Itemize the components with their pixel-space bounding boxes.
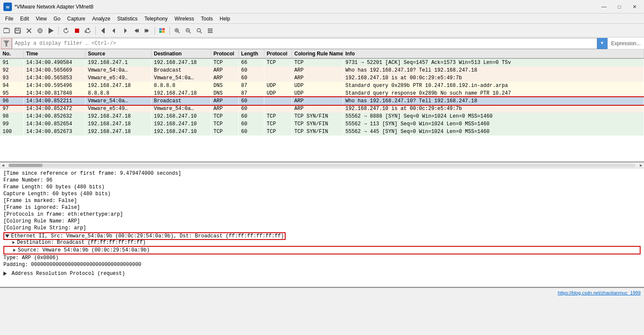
svg-rect-25 <box>159 28 162 30</box>
cell-no: 95 <box>0 90 23 97</box>
cell-no: 93 <box>0 74 23 82</box>
col-header-proto[interactable]: Protocol <box>211 49 238 58</box>
menu-item-statistics[interactable]: Statistics <box>114 15 141 23</box>
cell-proto2: TCP <box>264 128 292 136</box>
menu-item-edit[interactable]: Edit <box>17 15 32 23</box>
toolbar-resize-columns[interactable] <box>205 26 215 36</box>
horizontal-scrollbar[interactable]: ◀ ▶ <box>0 162 644 168</box>
detail-section-header[interactable]: Ethernet II, Src: Vmware_54:0a:9b (00:0c… <box>3 233 641 239</box>
toolbar-open[interactable] <box>2 26 12 36</box>
filter-expression-button[interactable]: Expression... <box>607 38 644 49</box>
cell-proto2: UDP <box>264 82 292 90</box>
menu-item-capture[interactable]: Capture <box>64 15 89 23</box>
close-button[interactable]: ✕ <box>629 3 641 11</box>
table-row[interactable]: 9514:34:00.8178408.8.8.8192.168.247.18DN… <box>0 90 644 97</box>
cell-len: 60 <box>238 128 264 136</box>
svg-marker-20 <box>124 28 127 33</box>
cell-no: 100 <box>0 128 23 136</box>
toolbar-forward[interactable] <box>120 26 130 36</box>
scroll-track[interactable] <box>9 164 635 167</box>
menu-item-help[interactable]: Help <box>216 15 234 23</box>
cell-len: 60 <box>238 113 264 120</box>
col-header-proto2[interactable]: Protocol <box>264 49 292 58</box>
toolbar-zoom-in[interactable] <box>172 26 182 36</box>
toolbar-close[interactable] <box>24 26 34 36</box>
detail-section-0[interactable]: Ethernet II, Src: Vmware_54:0a:9b (00:0c… <box>3 233 641 254</box>
menu-item-wireless[interactable]: Wireless <box>171 15 197 23</box>
detail-line: [Time since reference or first frame: 9.… <box>3 170 641 177</box>
cell-len: 60 <box>238 97 264 105</box>
detail-item[interactable]: Source: Vmware 54:0a:9b (00:0c:29:54:0a:… <box>3 246 641 254</box>
cell-info: Who has 192.168.247.10? Tell 192.168.247… <box>343 66 644 74</box>
filter-dropdown-button[interactable]: ▼ <box>597 38 607 49</box>
toolbar-restart[interactable] <box>83 26 93 36</box>
minimize-button[interactable]: — <box>598 3 610 11</box>
col-header-no[interactable]: No. <box>0 49 23 58</box>
cell-proto2: TCP <box>264 120 292 128</box>
filter-input[interactable] <box>12 38 597 49</box>
svg-point-36 <box>197 29 200 32</box>
col-header-info[interactable]: Info <box>343 49 644 58</box>
arp-section[interactable]: Address Resolution Protocol (request) <box>3 270 641 277</box>
menu-item-go[interactable]: Go <box>50 15 64 23</box>
detail-line: Frame Number: 96 <box>3 177 641 184</box>
table-row[interactable]: 9614:34:00.852211Vmware_54:0a…BroadcastA… <box>0 97 644 105</box>
svg-rect-5 <box>15 31 20 33</box>
toolbar-jump-next[interactable] <box>142 26 152 36</box>
table-header: No. Time Source Destination Protocol Len… <box>0 49 644 58</box>
toolbar-stop[interactable] <box>72 26 82 36</box>
cell-src: 192.168.247.18 <box>85 113 151 120</box>
col-header-src[interactable]: Source <box>85 49 151 58</box>
table-row[interactable]: 10014:34:00.852673192.168.247.18192.168.… <box>0 128 644 136</box>
toolbar-back[interactable] <box>109 26 119 36</box>
cell-src: 192.168.247.1 <box>85 58 151 66</box>
menu-item-view[interactable]: View <box>32 15 50 23</box>
svg-marker-43 <box>3 40 9 46</box>
toolbar-interfaces[interactable] <box>35 26 45 36</box>
toolbar-save[interactable] <box>13 26 23 36</box>
detail-line: Frame Length: 60 bytes (480 bits) <box>3 184 641 191</box>
cell-info: 192.168.247.10 is at 00:0c:29:e5:49:7b <box>343 74 644 82</box>
detail-plain-line: Padding: 0000000000000000000000000000000… <box>3 261 641 268</box>
toolbar-start[interactable] <box>46 26 56 36</box>
table-row[interactable]: 9814:34:00.852632192.168.247.18192.168.2… <box>0 113 644 120</box>
table-row[interactable]: 9214:34:00.565669Vmware_54:0a…BroadcastA… <box>0 66 644 74</box>
col-header-dst[interactable]: Destination <box>151 49 211 58</box>
table-row[interactable]: 9414:34:00.595496192.168.247.188.8.8.8DN… <box>0 82 644 90</box>
detail-item-text: Source: Vmware 54:0a:9b (00:0c:29:54:0a:… <box>18 247 150 253</box>
cell-time: 14:34:00.595496 <box>23 82 85 90</box>
col-header-len[interactable]: Length <box>238 49 264 58</box>
toolbar-nav-left[interactable] <box>98 26 108 36</box>
toolbar-zoom-out[interactable] <box>183 26 193 36</box>
toolbar-colorize[interactable] <box>157 26 167 36</box>
menu-item-file[interactable]: File <box>2 15 17 23</box>
menu-item-telephony[interactable]: Telephony <box>141 15 171 23</box>
menu-item-analyze[interactable]: Analyze <box>89 15 114 23</box>
cell-info: 55562 → 113 [SYN] Seq=0 Win=1024 Len=0 M… <box>343 120 644 128</box>
svg-marker-17 <box>101 28 104 33</box>
detail-item[interactable]: Destination: Broadcast (ff:ff:ff:ff:ff:f… <box>3 239 641 246</box>
table-row[interactable]: 9914:34:00.852654192.168.247.18192.168.2… <box>0 120 644 128</box>
cell-time: 14:34:00.490584 <box>23 58 85 66</box>
table-row[interactable]: 9714:34:00.852472Vmware_e5:49…Vmware_54:… <box>0 105 644 113</box>
cell-color: TCP SYN/FIN <box>292 128 343 136</box>
table-row[interactable]: 9314:34:00.565853Vmware_e5:49…Vmware_54:… <box>0 74 644 82</box>
scroll-thumb[interactable] <box>9 164 43 167</box>
col-header-time[interactable]: Time <box>23 49 85 58</box>
cell-color: ARP <box>292 66 343 74</box>
scroll-right-arrow[interactable]: ▶ <box>638 163 644 168</box>
cell-proto: TCP <box>211 113 238 120</box>
maximize-button[interactable]: □ <box>613 3 625 11</box>
toolbar-zoom-reset[interactable] <box>194 26 204 36</box>
table-row[interactable]: 9114:34:00.490584192.168.247.1192.168.24… <box>0 58 644 66</box>
window-title: *VMware Network Adapter VMnet8 <box>14 4 598 10</box>
cell-dst: Vmware_54:0a… <box>151 74 211 82</box>
menu-item-tools[interactable]: Tools <box>197 15 216 23</box>
toolbar-jump-prev[interactable] <box>131 26 141 36</box>
col-header-coloring[interactable]: Coloring Rule Name <box>292 49 343 58</box>
status-link[interactable]: https://blog.csdn.net/zhaotianmuc_1999 <box>558 290 641 295</box>
scroll-left-arrow[interactable]: ◀ <box>0 163 6 168</box>
cell-src: 192.168.247.18 <box>85 82 151 90</box>
toolbar-reload[interactable] <box>61 26 71 36</box>
cell-len: 60 <box>238 66 264 74</box>
